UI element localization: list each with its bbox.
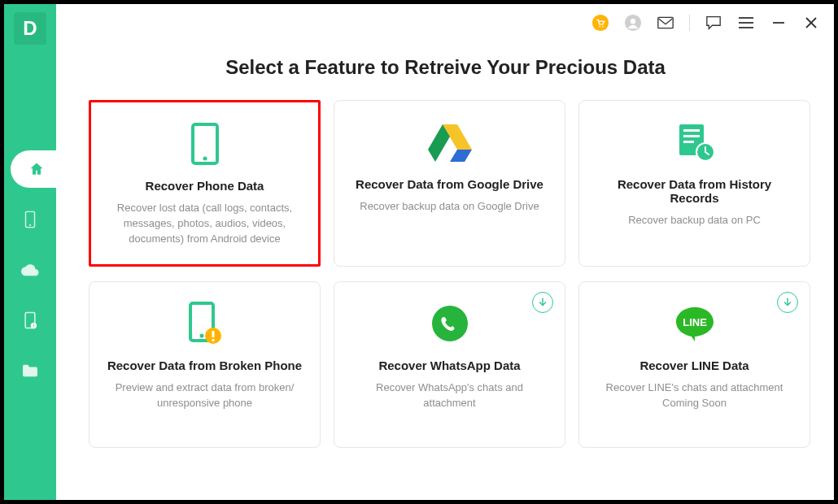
svg-rect-23 [683,129,700,132]
history-records-icon [674,119,715,166]
card-title: Recover Data from Broken Phone [107,358,302,372]
line-text: LINE [683,316,707,328]
broken-phone-icon: ! [22,311,38,329]
card-desc: Preview and extract data from broken/ un… [104,380,305,411]
nav-phone[interactable] [11,201,49,238]
mail-button[interactable] [657,14,674,32]
cart-button[interactable] [591,14,609,32]
nav-folder[interactable] [11,352,49,389]
topbar-separator [689,15,690,31]
svg-point-28 [199,334,203,338]
whatsapp-icon [430,300,469,347]
card-recover-google-drive[interactable]: Recover Data from Google Drive Recover b… [334,100,565,267]
card-title: Recover Phone Data [146,179,264,193]
card-recover-phone-data[interactable]: Recover Phone Data Recover lost data (ca… [89,100,321,267]
google-drive-icon [428,119,472,166]
card-recover-broken-phone[interactable]: Recover Data from Broken Phone Preview a… [89,281,321,448]
phone-device-icon [23,211,37,228]
svg-rect-31 [212,339,214,341]
card-recover-whatsapp[interactable]: Recover WhatsApp Data Recover WhatsApp's… [334,281,565,448]
card-title: Recover LINE Data [639,358,749,372]
download-badge[interactable] [532,292,553,313]
app-logo: D [14,12,46,45]
svg-point-5 [592,15,609,31]
svg-point-6 [599,26,600,28]
download-badge[interactable] [777,292,798,313]
feature-grid: Recover Phone Data Recover lost data (ca… [56,100,835,448]
svg-rect-10 [658,17,673,28]
menu-button[interactable] [737,14,755,32]
menu-icon [739,17,753,28]
card-desc: Recover backup data on Google Drive [360,199,539,215]
svg-rect-30 [212,331,214,337]
card-title: Recover WhatsApp Data [378,358,520,372]
svg-point-1 [29,224,31,226]
nav-cloud[interactable] [11,251,49,289]
cloud-icon [21,263,39,276]
card-title: Recover Data from History Records [594,177,795,205]
folder-icon [21,363,39,378]
home-icon [28,161,45,177]
svg-rect-25 [683,141,694,143]
svg-point-7 [602,26,604,28]
card-desc: Recover WhatsApp's chats and attachment [349,380,550,411]
mail-icon [657,16,674,29]
card-title: Recover Data from Google Drive [356,177,543,191]
sidebar: D ! [4,4,56,500]
line-icon: LINE [674,300,715,347]
minimize-icon [772,16,785,29]
nav-home[interactable] [11,150,58,188]
card-desc: Recover lost data (call logs, contacts, … [106,201,303,247]
close-icon [805,16,818,29]
app-window: D ! [0,0,838,504]
page-title: Select a Feature to Retreive Your Precio… [56,56,835,79]
card-desc: Recover backup data on PC [628,213,761,228]
close-button[interactable] [802,14,820,32]
card-recover-line[interactable]: LINE Recover LINE Data Recover LINE's ch… [578,281,810,448]
download-icon [537,297,548,308]
broken-phone-large-icon [187,300,223,347]
svg-marker-20 [450,150,472,162]
cart-icon [591,14,609,32]
window-topbar [56,4,835,41]
svg-point-18 [203,157,207,161]
user-button[interactable] [624,14,642,32]
main-area: Select a Feature to Retreive Your Precio… [56,4,835,500]
nav-broken-phone[interactable]: ! [11,302,49,339]
phone-icon [191,120,219,167]
speech-bubble-icon [705,15,722,30]
card-desc: Recover LINE's chats and attachment Comi… [594,380,795,411]
user-icon [624,14,642,32]
svg-text:!: ! [33,324,34,328]
svg-rect-24 [683,135,700,137]
svg-point-9 [631,19,635,24]
download-icon [782,297,793,308]
card-recover-history-records[interactable]: Recover Data from History Records Recove… [578,100,810,267]
minimize-button[interactable] [770,14,788,32]
feedback-button[interactable] [705,14,722,32]
